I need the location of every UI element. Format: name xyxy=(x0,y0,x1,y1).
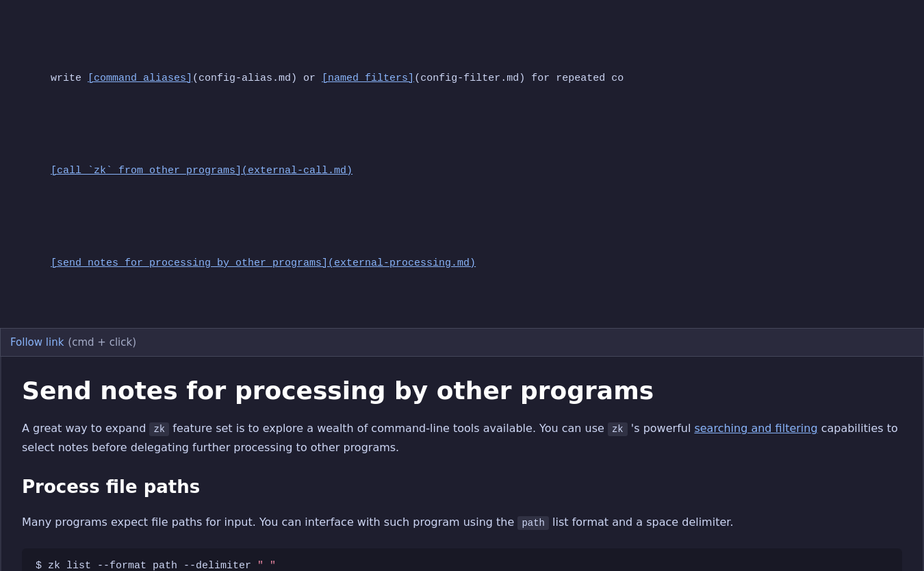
section2-before-code: Many programs expect file paths for inpu… xyxy=(22,516,517,529)
code-write-prefix: write xyxy=(51,73,88,84)
page-heading: Send notes for processing by other progr… xyxy=(22,376,902,405)
code-block-zk-list: $ zk list --format path --delimiter " " xyxy=(22,548,902,571)
code-command: zk list --format path --delimiter xyxy=(42,560,257,571)
tooltip-shortcut: (cmd + click) xyxy=(68,334,136,351)
code-link-command-aliases[interactable]: [command aliases] xyxy=(88,73,192,84)
code-dollar: $ xyxy=(36,560,42,571)
tooltip-popup: Follow link (cmd + click) xyxy=(0,328,924,357)
doc-pane: Send notes for processing by other progr… xyxy=(0,357,924,571)
code-line-2: [call `zk` from other programs](external… xyxy=(0,143,924,199)
follow-link-label[interactable]: Follow link xyxy=(10,334,64,351)
section2-after-code: list format and a space delimiter. xyxy=(549,516,733,529)
code-link-named-filters[interactable]: [named filters] xyxy=(322,73,414,84)
code-suffix-1: (config-filter.md) for repeated co xyxy=(414,73,624,84)
intro-code-zk1: zk xyxy=(149,422,169,436)
section2-code-path: path xyxy=(517,516,549,530)
code-link-external-processing[interactable]: [send notes for processing by other prog… xyxy=(51,257,476,269)
code-area: write [command aliases](config-alias.md)… xyxy=(0,0,924,328)
intro-after-code1: feature set is to explore a wealth of co… xyxy=(169,422,608,435)
code-link-external-call[interactable]: [call `zk` from other programs](external… xyxy=(51,165,352,177)
section2-paragraph: Many programs expect file paths for inpu… xyxy=(22,513,902,532)
code-line-3: [send notes for processing by other prog… xyxy=(0,236,924,291)
page-container: write [command aliases](config-alias.md)… xyxy=(0,0,924,571)
code-string: " " xyxy=(257,560,276,571)
intro-code-zk2: zk xyxy=(608,422,628,436)
code-mid-text-1: (config-alias.md) or xyxy=(192,73,322,84)
section-heading-process-file-paths: Process file paths xyxy=(22,473,902,502)
intro-paragraph: A great way to expand zk feature set is … xyxy=(22,419,902,457)
searching-filtering-link[interactable]: searching and filtering xyxy=(694,422,817,435)
code-line-1: write [command aliases](config-alias.md)… xyxy=(0,51,924,106)
intro-after-code2: 's powerful xyxy=(628,422,695,435)
intro-before-code1: A great way to expand xyxy=(22,422,149,435)
